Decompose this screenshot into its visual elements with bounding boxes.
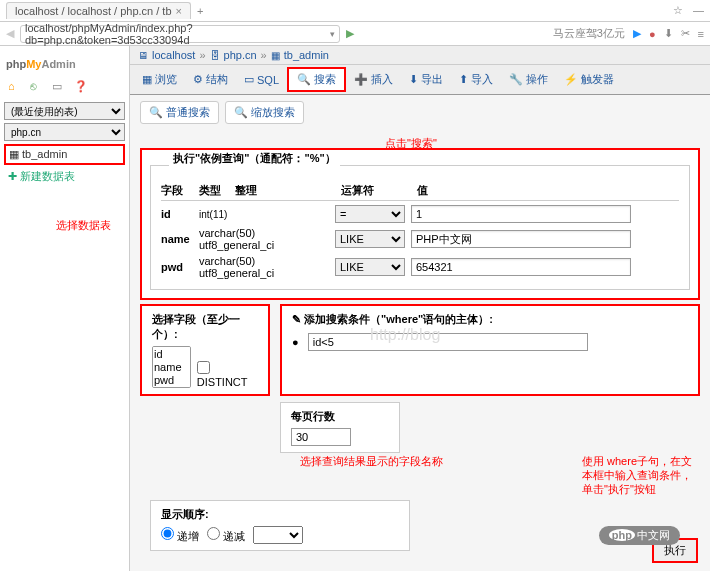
header-value: 值	[417, 183, 679, 198]
nav-tabs: ▦ 浏览 ⚙ 结构 ▭ SQL 🔍 搜索 ➕ 插入 ⬇ 导出 ⬆ 导入 🔧 操作…	[130, 65, 710, 95]
docs-icon[interactable]: ❓	[74, 80, 88, 94]
download-icon[interactable]: ⬇	[664, 27, 673, 40]
select-fields-title: 选择字段（至少一个）:	[152, 312, 258, 342]
url-text: localhost/phpMyAdmin/index.php?db=php.cn…	[25, 22, 330, 46]
tab-sql[interactable]: ▭ SQL	[236, 67, 287, 92]
query-row-pwd: pwd varchar(50) utf8_general_ci LIKE	[161, 255, 679, 279]
header-collation: 整理	[235, 183, 335, 198]
tab-browse[interactable]: ▦ 浏览	[134, 67, 185, 92]
operator-select-id[interactable]: =	[335, 205, 405, 223]
subtab-normal-search[interactable]: 🔍 普通搜索	[140, 101, 219, 124]
bookmark-link[interactable]: 马云座驾3亿元	[553, 26, 625, 41]
menu-icon[interactable]: ≡	[698, 28, 704, 40]
recent-tables-select[interactable]: (最近使用的表)	[4, 102, 125, 120]
value-input-name[interactable]	[411, 230, 631, 248]
crumb-table[interactable]: tb_admin	[284, 49, 329, 61]
tab-title: localhost / localhost / php.cn / tb	[15, 5, 172, 17]
sql-icon[interactable]: ▭	[52, 80, 66, 94]
distinct-checkbox-label[interactable]: DISTINCT	[197, 361, 258, 388]
rows-per-page-panel: 每页行数	[280, 402, 400, 453]
header-field: 字段	[161, 183, 193, 198]
new-tab-button[interactable]: +	[191, 5, 209, 17]
crumb-db[interactable]: php.cn	[224, 49, 257, 61]
where-input[interactable]	[308, 333, 588, 351]
rows-input[interactable]	[291, 428, 351, 446]
tab-operations[interactable]: 🔧 操作	[501, 67, 556, 92]
order-title: 显示顺序:	[161, 507, 399, 522]
browser-url-bar: ◀ localhost/phpMyAdmin/index.php?db=php.…	[0, 22, 710, 46]
query-row-name: name varchar(50) utf8_general_ci LIKE	[161, 227, 679, 251]
browser-tab[interactable]: localhost / localhost / php.cn / tb ×	[6, 2, 191, 19]
new-table-button[interactable]: ✚ 新建数据表	[4, 165, 125, 188]
header-type: 类型	[199, 183, 229, 198]
search-subtabs: 🔍 普通搜索 🔍 缩放搜索	[130, 95, 710, 130]
cut-icon[interactable]: ✂	[681, 27, 690, 40]
where-panel: ✎ 添加搜索条件（"where"语句的主体）: ●	[280, 304, 700, 396]
browser-tab-bar: localhost / localhost / php.cn / tb × + …	[0, 0, 710, 22]
annotation-where: 使用 where子句，在文本框中输入查询条件，单击"执行"按钮	[582, 454, 702, 496]
operator-select-pwd[interactable]: LIKE	[335, 258, 405, 276]
order-asc-label[interactable]: 递增	[161, 527, 199, 544]
order-asc-radio[interactable]	[161, 527, 174, 540]
order-desc-radio[interactable]	[207, 527, 220, 540]
record-icon[interactable]: ●	[649, 28, 656, 40]
bookmark-icon[interactable]: ☆	[673, 4, 683, 17]
sidebar-table-tb-admin[interactable]: ▦ tb_admin	[4, 144, 125, 165]
home-icon[interactable]: ⌂	[8, 80, 22, 94]
play-icon[interactable]: ▶	[633, 27, 641, 40]
query-row-id: id int(11) =	[161, 205, 679, 223]
tab-import[interactable]: ⬆ 导入	[451, 67, 501, 92]
distinct-checkbox[interactable]	[197, 361, 210, 374]
crumb-host[interactable]: localhost	[152, 49, 195, 61]
order-desc-label[interactable]: 递减	[207, 527, 245, 544]
tab-insert[interactable]: ➕ 插入	[346, 67, 401, 92]
tab-structure[interactable]: ⚙ 结构	[185, 67, 236, 92]
annotation-fields: 选择查询结果显示的字段名称	[300, 454, 443, 469]
fields-list[interactable]: id name pwd	[152, 346, 191, 388]
annotation-select-table: 选择数据表	[56, 218, 111, 233]
breadcrumb: 🖥 localhost » 🗄 php.cn » ▦ tb_admin	[130, 46, 710, 65]
order-panel: 显示顺序: 递增 递减	[150, 500, 410, 551]
header-operator: 运算符	[341, 183, 411, 198]
query-by-example-panel: 执行"依例查询"（通配符："%"） 字段 类型 整理 运算符 值 id int(…	[140, 148, 700, 300]
value-input-pwd[interactable]	[411, 258, 631, 276]
content-area: 🖥 localhost » 🗄 php.cn » ▦ tb_admin ▦ 浏览…	[130, 46, 710, 571]
url-input[interactable]: localhost/phpMyAdmin/index.php?db=php.cn…	[20, 25, 340, 43]
order-field-select[interactable]	[253, 526, 303, 544]
rows-label: 每页行数	[291, 409, 389, 424]
select-fields-panel: 选择字段（至少一个）: id name pwd DISTINCT	[140, 304, 270, 396]
logout-icon[interactable]: ⎋	[30, 80, 44, 94]
phpmyadmin-logo: phpMyAdmin	[6, 54, 125, 72]
close-icon[interactable]: ×	[176, 5, 182, 17]
query-panel-title: 执行"依例查询"（通配符："%"）	[169, 151, 340, 166]
sidebar: phpMyAdmin ⌂ ⎋ ▭ ❓ (最近使用的表) php.cn ▦ tb_…	[0, 46, 130, 571]
tab-export[interactable]: ⬇ 导出	[401, 67, 451, 92]
tab-search[interactable]: 🔍 搜索	[287, 67, 346, 92]
subtab-zoom-search[interactable]: 🔍 缩放搜索	[225, 101, 304, 124]
php-cn-badge: php中文网	[599, 526, 680, 545]
tab-triggers[interactable]: ⚡ 触发器	[556, 67, 622, 92]
where-title: 添加搜索条件（"where"语句的主体）:	[304, 313, 493, 325]
chevron-down-icon[interactable]: ▾	[330, 29, 335, 39]
database-select[interactable]: php.cn	[4, 123, 125, 141]
back-icon[interactable]: ◀	[6, 27, 14, 40]
operator-select-name[interactable]: LIKE	[335, 230, 405, 248]
watermark: http://blog	[370, 326, 440, 344]
go-icon[interactable]: ▶	[346, 27, 354, 40]
value-input-id[interactable]	[411, 205, 631, 223]
minimize-icon[interactable]: —	[693, 4, 704, 17]
